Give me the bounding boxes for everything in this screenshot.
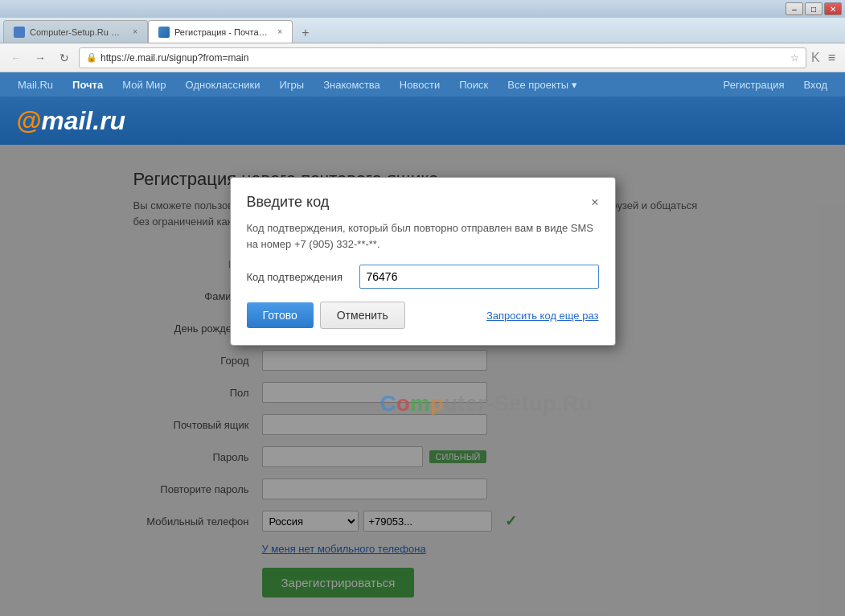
nav-mailru[interactable]: Mail.Ru	[8, 72, 63, 97]
nav-registration[interactable]: Регистрация	[714, 72, 794, 97]
url-bar[interactable]: 🔒 https://e.mail.ru/signup?from=main ☆	[79, 47, 806, 68]
nav-vse-proekty[interactable]: Все проекты ▾	[498, 72, 587, 97]
star-icon[interactable]: ☆	[790, 52, 799, 64]
dialog-field-label: Код подтверждения	[247, 271, 359, 283]
page-content: Регистрация нового почтового ящика Вы см…	[0, 145, 845, 616]
nav-novosti[interactable]: Новости	[390, 72, 449, 97]
site-nav: Mail.Ru Почта Мой Мир Одноклассники Игры…	[0, 72, 845, 97]
nav-pochta[interactable]: Почта	[63, 72, 113, 97]
dialog-ok-button[interactable]: Готово	[247, 302, 314, 328]
url-text: https://e.mail.ru/signup?from=main	[100, 52, 787, 64]
dialog-description: Код подтверждения, который был повторно …	[247, 220, 599, 252]
nav-vhod[interactable]: Вход	[794, 72, 837, 97]
window-chrome: – □ ✕	[0, 0, 845, 18]
new-tab-button[interactable]: +	[296, 23, 315, 43]
dialog-cancel-button[interactable]: Отменить	[320, 302, 405, 329]
maximize-button[interactable]: □	[805, 2, 822, 15]
tab-bar: Computer-Setup.Ru Com... × Регистрация -…	[0, 18, 845, 43]
dialog-actions: Готово Отменить Запросить код еще раз	[247, 302, 599, 329]
lock-icon: 🔒	[86, 52, 97, 63]
tab-label-2: Регистрация - Почта Ма...	[174, 27, 269, 37]
logo-text: mail.ru	[41, 106, 125, 135]
logo-at: @	[16, 106, 41, 135]
forward-button[interactable]: →	[31, 48, 50, 68]
close-button[interactable]: ✕	[824, 2, 842, 15]
nav-right: Регистрация Вход	[714, 72, 837, 97]
verification-dialog: Введите код × Код подтверждения, который…	[230, 177, 616, 346]
dialog-title: Введите код	[247, 194, 330, 211]
nav-igry[interactable]: Игры	[269, 72, 314, 97]
verification-code-input[interactable]	[359, 265, 599, 289]
address-bar: ← → ↻ 🔒 https://e.mail.ru/signup?from=ma…	[0, 43, 845, 72]
window-controls: – □ ✕	[786, 2, 842, 15]
tab-close-1[interactable]: ×	[133, 27, 137, 36]
reload-button[interactable]: ↻	[55, 48, 74, 68]
menu-button[interactable]: ≡	[825, 51, 839, 65]
tab-close-2[interactable]: ×	[277, 27, 282, 36]
tab-computer-setup[interactable]: Computer-Setup.Ru Com... ×	[3, 20, 148, 43]
nav-znakomstva[interactable]: Знакомства	[314, 72, 390, 97]
tab-favicon-2	[158, 27, 170, 38]
logo-bar: @mail.ru	[0, 97, 845, 145]
nav-odnoklassniki[interactable]: Одноклассники	[176, 72, 270, 97]
resend-code-link[interactable]: Запросить код еще раз	[486, 310, 599, 322]
bookmark-icon[interactable]: K	[811, 51, 820, 65]
dialog-close-button[interactable]: ×	[591, 195, 598, 210]
site-logo[interactable]: @mail.ru	[16, 106, 125, 136]
nav-poisk[interactable]: Поиск	[449, 72, 498, 97]
dialog-field-row: Код подтверждения	[247, 265, 599, 289]
dialog-header: Введите код ×	[247, 194, 599, 211]
tab-mail-ru[interactable]: Регистрация - Почта Ма... ×	[148, 20, 293, 43]
tab-label-1: Computer-Setup.Ru Com...	[30, 27, 125, 37]
back-button[interactable]: ←	[6, 48, 26, 68]
tab-favicon-1	[14, 27, 25, 38]
nav-moy-mir[interactable]: Мой Мир	[113, 72, 175, 97]
minimize-button[interactable]: –	[786, 2, 803, 15]
